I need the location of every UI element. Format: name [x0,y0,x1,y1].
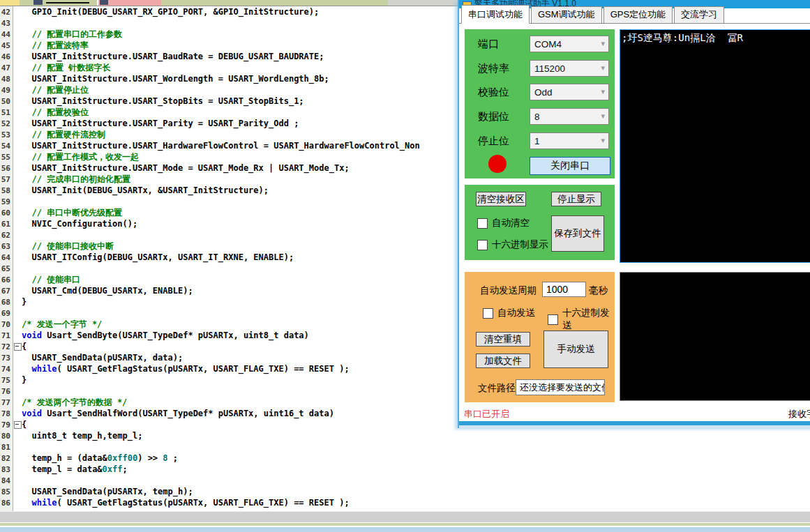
line-number: 48 [0,75,13,84]
port-label: 端口 [478,38,499,51]
received-garbled-text: ;圩S逹马尊:Un搹L洽 冨R [620,30,810,47]
line-number: 50 [0,97,13,106]
hex-display-label: 十六进制显示 [492,238,548,251]
fold-collapse-icon[interactable] [14,421,22,429]
file-path-input[interactable]: 还没选择要发送的文件 [516,379,605,395]
auto-send-label: 自动发送 [497,307,535,319]
fold-margin [13,421,22,429]
line-number: 86 [0,499,13,508]
ide-file-tab-remnant-green2[interactable] [161,0,388,6]
send-data-area[interactable] [620,272,810,401]
line-number: 65 [0,264,13,273]
line-number: 69 [0,309,13,318]
code-text: USART_InitStructure.USART_StopBits = USA… [22,96,304,106]
line-number: 44 [0,30,13,39]
code-text: USART_InitStructure.USART_HardwareFlowCo… [22,141,420,151]
serial-assistant-window: 聚天多功能调试助手 V1.1.0 串口调试功能GSM调试功能GPS定位功能交流学… [458,0,810,428]
code-text: // 使能串口 [22,274,80,286]
line-number: 64 [0,253,13,262]
file-path-label: 文件路径 [478,382,516,395]
code-text: // 配置停止位 [22,84,89,96]
port-select-value: COM4 [534,39,562,50]
tool-tab-2[interactable]: GSM调试功能 [531,6,602,23]
code-text: // 配置波特率 [22,40,89,52]
code-text: USART_InitStructure.USART_Parity = USART… [22,119,299,128]
code-text: USART_Init(DEBUG_USARTx, &USART_InitStru… [22,185,269,195]
clear-receive-button[interactable]: 清空接收区 [476,192,526,206]
line-number: 59 [0,197,13,206]
chevron-down-icon: ▾ [601,136,605,145]
baud-select-value: 115200 [534,63,565,74]
baud-select[interactable]: 115200▾ [530,60,609,77]
load-file-button[interactable]: 加载文件 [476,354,530,368]
hex-send-checkbox[interactable] [548,314,558,325]
stop-display-button[interactable]: 停止显示 [551,192,601,206]
horizontal-scrollbar[interactable] [0,511,810,522]
code-line: 82 temp_h = (data&0xff00) >> 8 ; [0,453,810,464]
line-number: 79 [0,420,13,430]
hex-send-checkbox-row: 十六进制发送 [548,307,615,332]
milliseconds-label: 毫秒 [589,284,608,297]
auto-send-checkbox[interactable] [483,308,493,319]
code-text: temp_l = data&0xff; [22,464,128,474]
ide-tab-icon-remnant [33,0,43,5]
code-text: /* 发送一个字节 */ [22,319,102,330]
parity-select[interactable]: Odd▾ [530,84,609,100]
clear-refill-button[interactable]: 清空重填 [476,332,530,347]
line-number: 68 [0,298,13,307]
tool-tab-3[interactable]: GPS定位功能 [603,6,673,23]
line-number: 61 [0,220,13,229]
code-text: // 配置硬件流控制 [22,129,105,141]
code-text: // 完成串口的初始化配置 [22,174,130,185]
close-serial-button[interactable]: 关闭串口 [530,157,610,175]
code-text: USART_ITConfig(DEBUG_USARTx, USART_IT_RX… [22,252,294,262]
line-number: 51 [0,108,13,117]
code-line: 81 [0,441,810,453]
line-number: 57 [0,175,13,184]
port-select[interactable]: COM4▾ [530,36,609,52]
stop-bits-select[interactable]: 1▾ [530,132,609,149]
data-bits-select[interactable]: 8▾ [530,108,609,125]
serial-setting-row: 停止位1▾ [465,132,615,149]
code-text: } [22,297,27,307]
receive-data-area[interactable]: ;圩S逹马尊:Un搹L洽 冨R [620,29,810,263]
line-number: 75 [0,376,13,385]
hex-display-checkbox[interactable] [477,240,488,250]
line-number: 78 [0,409,13,418]
line-number: 49 [0,86,13,95]
auto-send-checkbox-row: 自动发送 [483,307,535,319]
baud-label: 波特率 [478,62,509,75]
line-number: 81 [0,443,13,452]
manual-send-button[interactable]: 手动发送 [543,330,608,368]
line-number: 77 [0,398,13,407]
parity-label: 校验位 [478,86,509,99]
line-number: 66 [0,275,13,284]
fold-collapse-icon[interactable] [14,343,22,351]
save-to-file-button[interactable]: 保存到文件 [551,215,604,252]
code-text: { [22,342,27,351]
line-number: 54 [0,142,13,151]
auto-clear-checkbox[interactable] [477,218,488,229]
line-number: 67 [0,287,13,296]
code-line: 83 temp_l = data&0xff; [0,464,810,475]
line-number: 71 [0,331,13,340]
line-number: 70 [0,320,13,329]
chevron-down-icon: ▾ [601,39,605,48]
ide-file-tab-remnant-yellow[interactable] [0,0,20,6]
window-bottom-glow [459,425,810,428]
code-text: // 配置工作模式，收发一起 [22,151,139,163]
ide-tab-icon-remnant-2 [100,0,108,5]
code-text: USART_InitStructure.USART_Mode = USART_M… [22,163,350,173]
auto-clear-label: 自动清空 [492,217,530,229]
receive-control-panel: 清空接收区 停止显示 自动清空 十六进制显示 保存到文件 [465,185,615,260]
tool-tab-4[interactable]: 交流学习 [674,6,724,23]
serial-status-text: 串口已开启 [464,408,509,420]
code-text: // 配置校验位 [22,107,89,119]
tool-tab-bar: 串口调试功能GSM调试功能GPS定位功能交流学习 [459,8,810,24]
auto-send-period-input[interactable]: 1000 [542,282,586,297]
tool-tab-1[interactable]: 串口调试功能 [461,5,530,24]
code-text: // 配置 针数据字长 [22,62,110,74]
code-text: void Usart_SendHalfWord(USART_TypeDef* p… [22,409,334,418]
line-number: 73 [0,354,13,363]
chevron-down-icon: ▾ [601,112,605,121]
